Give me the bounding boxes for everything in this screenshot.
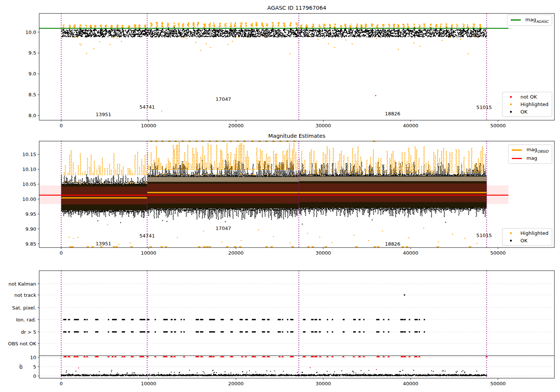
dot-swatch <box>506 96 516 98</box>
x-tick-label: 50000 <box>490 250 505 256</box>
x-tick-label: 40000 <box>403 381 418 386</box>
legend-label: OK <box>520 109 528 115</box>
legend-entry: Highlighted <box>506 230 548 236</box>
legend-mag-lines: magOBSID mag <box>508 144 552 164</box>
highlighted-low-points <box>69 225 477 245</box>
legend-entry: OK <box>506 238 548 243</box>
dot-swatch <box>506 111 516 113</box>
dr-not-ok-points <box>79 368 377 370</box>
line-swatch <box>512 149 522 151</box>
dr-tick-label: 10 <box>30 355 36 360</box>
legend-label: mag <box>526 155 537 162</box>
y-tick-label: 8.0 <box>28 113 36 118</box>
legend-point-types-middle: Highlighted OK <box>502 228 552 246</box>
light-overlap-stripe <box>299 177 486 181</box>
legend-entry: OK <box>506 109 548 115</box>
flag-row-label: Sat. pixel. <box>12 305 36 311</box>
legend-entry: magAGASC <box>511 17 548 24</box>
y-tick-label: 10.0 <box>25 29 36 35</box>
legend-entry: magOBSID <box>512 147 548 153</box>
y-tick-label: 9.85 <box>25 241 36 247</box>
top-plot-title: AGASC ID 117967064 <box>39 5 554 11</box>
dense-overlap-band <box>147 184 299 204</box>
y-tick-label: 10.00 <box>22 196 36 202</box>
plot-magnitude-estimates: 010000200003000040000500009.859.909.9510… <box>22 140 554 255</box>
y-tick-label: 9.90 <box>25 226 36 232</box>
dot-swatch <box>506 232 516 234</box>
light-overlap-stripe <box>147 177 299 182</box>
plot-agasc-mag: 010000200003000040000500008.08.59.09.510… <box>25 13 554 128</box>
obsid-label: 54741 <box>139 233 155 238</box>
x-tick-label: 0 <box>60 123 63 128</box>
x-tick-label: 20000 <box>228 123 243 128</box>
line-swatch <box>511 19 521 21</box>
x-tick-label: 50000 <box>490 123 505 128</box>
obsid-label: 18826 <box>385 111 400 116</box>
highlighted-points <box>63 22 481 28</box>
figure: 010000200003000040000500008.08.59.09.510… <box>0 0 560 392</box>
x-tick-label: 30000 <box>315 250 331 256</box>
legend-label: magAGASC <box>525 17 548 24</box>
legend-point-types-top: not OK Highlighted OK <box>502 92 552 117</box>
obsid-label: 51015 <box>476 105 492 110</box>
obsid-label: 13951 <box>96 112 111 117</box>
y-tick-label: 10.10 <box>22 167 36 172</box>
x-tick-label: 20000 <box>228 381 243 386</box>
legend-entry: not OK <box>506 94 548 100</box>
flag-row-label: not Kalman <box>9 281 36 287</box>
x-tick-label: 30000 <box>315 123 331 128</box>
flag-row-label: not track <box>14 292 36 298</box>
y-tick-label: 9.95 <box>25 211 36 217</box>
ok-points <box>62 28 487 37</box>
legend-label: Highlighted <box>520 102 548 107</box>
dr-tick-label: 5 <box>33 364 36 370</box>
x-tick-label: 10000 <box>141 381 156 386</box>
dr-axis-label: dr <box>18 364 24 369</box>
dot-swatch <box>506 240 516 242</box>
plot-flags-dr: 01000020000300004000050000not Kalmannot … <box>8 271 555 386</box>
flag-points <box>63 319 425 332</box>
dr-tick-label: 0 <box>33 373 36 379</box>
obsid-label: 17047 <box>216 96 231 102</box>
middle-plot-title: Magnitude Estimates <box>39 133 554 139</box>
legend-label: not OK <box>520 94 537 100</box>
x-tick-label: 0 <box>60 381 63 386</box>
highlighted-outlier-points <box>74 36 475 111</box>
y-tick-label: 9.0 <box>28 71 36 77</box>
legend-label: Highlighted <box>520 230 548 236</box>
axes-spine <box>39 271 554 378</box>
dr-clipped-markers <box>63 356 488 357</box>
y-tick-label: 10.05 <box>22 181 36 187</box>
x-tick-label: 30000 <box>315 381 331 386</box>
x-tick-label: 20000 <box>228 250 243 256</box>
obsid-label: 18826 <box>385 241 400 247</box>
x-tick-label: 0 <box>60 250 63 256</box>
legend-label: OK <box>520 238 528 243</box>
y-tick-label: 10.15 <box>22 152 36 157</box>
not-track-point <box>404 294 405 295</box>
x-tick-label: 10000 <box>141 123 156 128</box>
clipped-low-markers <box>69 246 472 248</box>
x-tick-label: 40000 <box>403 250 418 256</box>
legend-entry: mag <box>512 155 548 162</box>
obsid-label: 54741 <box>139 104 155 110</box>
line-swatch <box>512 158 522 159</box>
obsid-label: 17047 <box>216 225 231 231</box>
x-tick-label: 40000 <box>403 123 418 128</box>
legend-label: magOBSID <box>526 147 548 153</box>
dr-points <box>61 370 486 376</box>
ok-low-points <box>98 220 445 224</box>
flag-row-label: Ion. rad. <box>16 317 36 323</box>
y-tick-label: 8.5 <box>28 92 36 97</box>
dot-swatch <box>506 103 516 105</box>
flag-row-label: OBS not OK <box>8 341 37 346</box>
legend-entry: Highlighted <box>506 102 548 107</box>
plots-canvas: 010000200003000040000500008.08.59.09.510… <box>0 0 560 392</box>
legend-mag-agasc: magAGASC <box>507 15 552 26</box>
x-tick-label: 10000 <box>141 250 156 256</box>
y-tick-label: 9.5 <box>28 50 36 56</box>
obsid-label: 13951 <box>96 241 111 246</box>
x-tick-label: 50000 <box>490 381 505 386</box>
obsid-label: 51015 <box>476 232 492 238</box>
flag-row-label: dr > 5 <box>21 329 36 335</box>
